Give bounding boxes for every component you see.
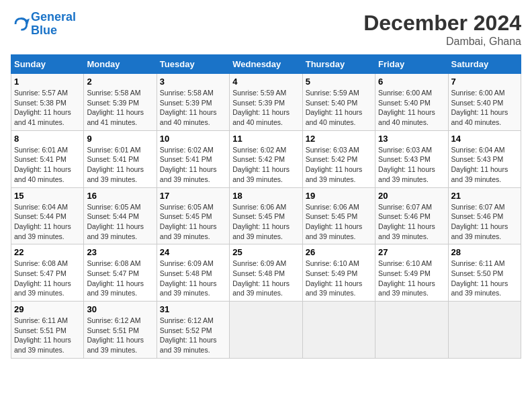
- day-info: Sunrise: 5:58 AMSunset: 5:39 PMDaylight:…: [87, 88, 153, 128]
- day-info: Sunrise: 6:09 AMSunset: 5:48 PMDaylight:…: [232, 259, 299, 298]
- day-info: Sunrise: 5:59 AMSunset: 5:39 PMDaylight:…: [232, 88, 299, 128]
- day-info: Sunrise: 6:05 AMSunset: 5:44 PMDaylight:…: [87, 202, 153, 242]
- day-number: 30: [87, 304, 153, 314]
- page-header: General Blue December 2024 Dambai, Ghana: [11, 11, 521, 48]
- calendar-cell: 2Sunrise: 5:58 AMSunset: 5:39 PMDaylight…: [84, 74, 157, 131]
- header-monday: Monday: [84, 55, 157, 74]
- calendar-week-row: 1Sunrise: 5:57 AMSunset: 5:38 PMDaylight…: [11, 74, 521, 131]
- calendar-header-row: SundayMondayTuesdayWednesdayThursdayFrid…: [11, 55, 521, 74]
- calendar-cell: 16Sunrise: 6:05 AMSunset: 5:44 PMDayligh…: [84, 187, 157, 244]
- day-number: 22: [14, 247, 81, 257]
- calendar-cell: 13Sunrise: 6:03 AMSunset: 5:43 PMDayligh…: [375, 130, 448, 187]
- calendar-cell: 23Sunrise: 6:08 AMSunset: 5:47 PMDayligh…: [84, 244, 157, 302]
- day-info: Sunrise: 6:06 AMSunset: 5:45 PMDaylight:…: [232, 202, 299, 242]
- calendar-cell: 18Sunrise: 6:06 AMSunset: 5:45 PMDayligh…: [230, 187, 302, 244]
- calendar-cell: [375, 302, 448, 359]
- header-friday: Friday: [375, 55, 448, 74]
- logo-line1: General: [31, 10, 76, 24]
- day-info: Sunrise: 6:03 AMSunset: 5:43 PMDaylight:…: [378, 145, 445, 185]
- calendar-cell: 4Sunrise: 5:59 AMSunset: 5:39 PMDaylight…: [230, 74, 302, 131]
- day-number: 7: [451, 77, 518, 87]
- day-number: 23: [87, 247, 153, 257]
- day-number: 3: [160, 77, 226, 87]
- day-number: 29: [14, 304, 81, 314]
- day-number: 27: [378, 247, 445, 257]
- day-info: Sunrise: 6:04 AMSunset: 5:44 PMDaylight:…: [14, 202, 81, 242]
- calendar-cell: 8Sunrise: 6:01 AMSunset: 5:41 PMDaylight…: [11, 130, 84, 187]
- header-saturday: Saturday: [448, 55, 521, 74]
- calendar-cell: 6Sunrise: 6:00 AMSunset: 5:40 PMDaylight…: [375, 74, 448, 131]
- day-number: 8: [14, 134, 81, 144]
- day-number: 18: [232, 191, 299, 201]
- day-info: Sunrise: 5:58 AMSunset: 5:39 PMDaylight:…: [160, 88, 226, 128]
- day-number: 2: [87, 77, 153, 87]
- day-number: 13: [378, 134, 445, 144]
- calendar-cell: [448, 302, 521, 359]
- day-info: Sunrise: 6:00 AMSunset: 5:40 PMDaylight:…: [378, 88, 445, 128]
- day-info: Sunrise: 6:03 AMSunset: 5:42 PMDaylight:…: [306, 145, 372, 185]
- day-info: Sunrise: 6:07 AMSunset: 5:46 PMDaylight:…: [451, 202, 518, 242]
- day-number: 19: [306, 191, 372, 201]
- day-number: 16: [87, 191, 153, 201]
- logo: General Blue: [11, 11, 76, 38]
- day-info: Sunrise: 6:02 AMSunset: 5:41 PMDaylight:…: [160, 145, 226, 185]
- calendar-cell: 30Sunrise: 6:12 AMSunset: 5:51 PMDayligh…: [84, 302, 157, 359]
- header-tuesday: Tuesday: [157, 55, 229, 74]
- day-number: 26: [306, 247, 372, 257]
- calendar-cell: 12Sunrise: 6:03 AMSunset: 5:42 PMDayligh…: [302, 130, 375, 187]
- day-number: 6: [378, 77, 445, 87]
- day-info: Sunrise: 6:10 AMSunset: 5:49 PMDaylight:…: [378, 259, 445, 298]
- day-info: Sunrise: 6:08 AMSunset: 5:47 PMDaylight:…: [14, 259, 81, 298]
- calendar-cell: 21Sunrise: 6:07 AMSunset: 5:46 PMDayligh…: [448, 187, 521, 244]
- day-info: Sunrise: 5:59 AMSunset: 5:40 PMDaylight:…: [306, 88, 372, 128]
- day-number: 21: [451, 191, 518, 201]
- day-info: Sunrise: 6:05 AMSunset: 5:45 PMDaylight:…: [160, 202, 226, 242]
- day-number: 11: [232, 134, 299, 144]
- header-sunday: Sunday: [11, 55, 84, 74]
- calendar-cell: 27Sunrise: 6:10 AMSunset: 5:49 PMDayligh…: [375, 244, 448, 302]
- day-info: Sunrise: 6:06 AMSunset: 5:45 PMDaylight:…: [306, 202, 372, 242]
- calendar-cell: 29Sunrise: 6:11 AMSunset: 5:51 PMDayligh…: [11, 302, 84, 359]
- day-info: Sunrise: 6:01 AMSunset: 5:41 PMDaylight:…: [87, 145, 153, 185]
- calendar-week-row: 22Sunrise: 6:08 AMSunset: 5:47 PMDayligh…: [11, 244, 521, 302]
- calendar-cell: 15Sunrise: 6:04 AMSunset: 5:44 PMDayligh…: [11, 187, 84, 244]
- header-thursday: Thursday: [302, 55, 375, 74]
- calendar-cell: [230, 302, 302, 359]
- calendar-cell: 17Sunrise: 6:05 AMSunset: 5:45 PMDayligh…: [157, 187, 229, 244]
- calendar-cell: 28Sunrise: 6:11 AMSunset: 5:50 PMDayligh…: [448, 244, 521, 302]
- day-number: 9: [87, 134, 153, 144]
- day-number: 4: [232, 77, 299, 87]
- day-number: 15: [14, 191, 81, 201]
- calendar-cell: 14Sunrise: 6:04 AMSunset: 5:43 PMDayligh…: [448, 130, 521, 187]
- calendar-cell: 20Sunrise: 6:07 AMSunset: 5:46 PMDayligh…: [375, 187, 448, 244]
- calendar-cell: 5Sunrise: 5:59 AMSunset: 5:40 PMDaylight…: [302, 74, 375, 131]
- day-info: Sunrise: 6:11 AMSunset: 5:50 PMDaylight:…: [451, 259, 518, 298]
- header-wednesday: Wednesday: [230, 55, 302, 74]
- day-number: 1: [14, 77, 81, 87]
- calendar-table: SundayMondayTuesdayWednesdayThursdayFrid…: [11, 54, 521, 359]
- calendar-cell: 1Sunrise: 5:57 AMSunset: 5:38 PMDaylight…: [11, 74, 84, 131]
- day-number: 5: [306, 77, 372, 87]
- day-number: 25: [232, 247, 299, 257]
- day-number: 12: [306, 134, 372, 144]
- calendar-week-row: 8Sunrise: 6:01 AMSunset: 5:41 PMDaylight…: [11, 130, 521, 187]
- day-info: Sunrise: 6:00 AMSunset: 5:40 PMDaylight:…: [451, 88, 518, 128]
- day-number: 28: [451, 247, 518, 257]
- title-block: December 2024 Dambai, Ghana: [363, 11, 521, 48]
- day-info: Sunrise: 6:01 AMSunset: 5:41 PMDaylight:…: [14, 145, 81, 185]
- calendar-cell: 3Sunrise: 5:58 AMSunset: 5:39 PMDaylight…: [157, 74, 229, 131]
- day-number: 10: [160, 134, 226, 144]
- day-info: Sunrise: 6:02 AMSunset: 5:42 PMDaylight:…: [232, 145, 299, 185]
- day-number: 17: [160, 191, 226, 201]
- day-info: Sunrise: 6:12 AMSunset: 5:52 PMDaylight:…: [160, 316, 226, 355]
- day-info: Sunrise: 6:09 AMSunset: 5:48 PMDaylight:…: [160, 259, 226, 298]
- calendar-cell: 10Sunrise: 6:02 AMSunset: 5:41 PMDayligh…: [157, 130, 229, 187]
- day-info: Sunrise: 6:07 AMSunset: 5:46 PMDaylight:…: [378, 202, 445, 242]
- day-info: Sunrise: 6:08 AMSunset: 5:47 PMDaylight:…: [87, 259, 153, 298]
- calendar-cell: 9Sunrise: 6:01 AMSunset: 5:41 PMDaylight…: [84, 130, 157, 187]
- day-number: 31: [160, 304, 226, 314]
- day-number: 20: [378, 191, 445, 201]
- calendar-cell: 25Sunrise: 6:09 AMSunset: 5:48 PMDayligh…: [230, 244, 302, 302]
- page-subtitle: Dambai, Ghana: [363, 36, 521, 48]
- calendar-cell: [302, 302, 375, 359]
